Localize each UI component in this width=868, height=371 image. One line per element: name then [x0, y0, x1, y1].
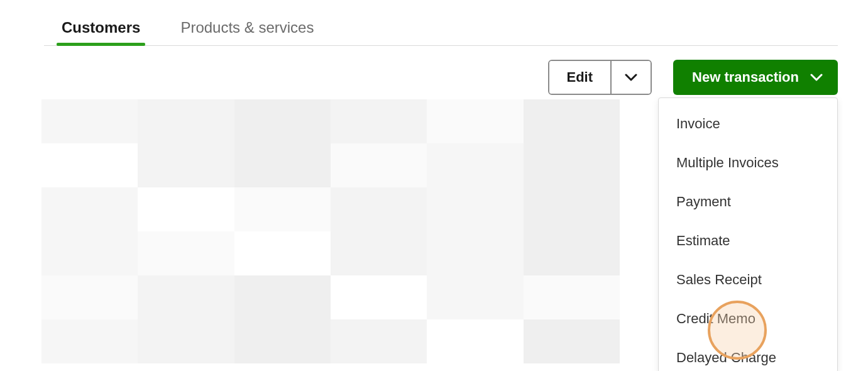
new-transaction-button[interactable]: New transaction — [673, 60, 838, 95]
tab-label: Customers — [62, 19, 140, 36]
dropdown-item-sales-receipt[interactable]: Sales Receipt — [659, 260, 837, 299]
dropdown-item-credit-memo[interactable]: Credit Memo — [659, 299, 837, 338]
tab-customers[interactable]: Customers — [57, 13, 145, 45]
dropdown-item-label: Estimate — [676, 233, 730, 248]
chevron-down-icon — [810, 74, 823, 81]
blurred-content-area — [41, 99, 620, 363]
edit-label: Edit — [567, 69, 593, 86]
new-transaction-label: New transaction — [692, 69, 799, 86]
dropdown-item-multiple-invoices[interactable]: Multiple Invoices — [659, 143, 837, 182]
edit-dropdown-toggle[interactable] — [610, 61, 651, 94]
actions-row: Edit New transaction Invoice Mult — [44, 60, 838, 95]
edit-button[interactable]: Edit — [549, 61, 611, 94]
dropdown-item-label: Sales Receipt — [676, 272, 762, 287]
edit-button-group: Edit — [548, 60, 652, 95]
chevron-down-icon — [625, 74, 637, 81]
new-transaction-dropdown: Invoice Multiple Invoices Payment Estima… — [658, 97, 838, 371]
dropdown-item-label: Multiple Invoices — [676, 155, 779, 170]
dropdown-item-estimate[interactable]: Estimate — [659, 221, 837, 260]
dropdown-item-label: Delayed Charge — [676, 350, 776, 365]
tabs-row: Customers Products & services — [44, 13, 838, 46]
dropdown-item-delayed-charge[interactable]: Delayed Charge — [659, 338, 837, 366]
dropdown-item-invoice[interactable]: Invoice — [659, 104, 837, 143]
tab-label: Products & services — [180, 19, 314, 36]
dropdown-item-label: Invoice — [676, 116, 720, 131]
dropdown-item-label: Payment — [676, 194, 731, 209]
dropdown-item-label: Credit Memo — [676, 311, 755, 326]
dropdown-item-payment[interactable]: Payment — [659, 182, 837, 221]
new-transaction-container: New transaction Invoice Multiple Invoice… — [673, 60, 838, 95]
tab-products-services[interactable]: Products & services — [175, 13, 319, 45]
